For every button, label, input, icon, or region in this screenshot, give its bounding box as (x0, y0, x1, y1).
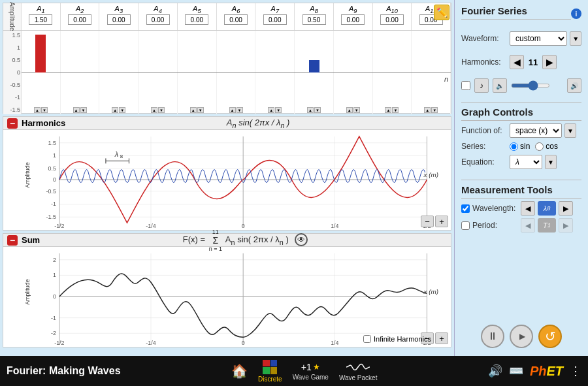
svg-text:Amplitude: Amplitude (24, 162, 31, 188)
amp-dn-9[interactable]: ▼ (353, 107, 360, 113)
amp-dn-4[interactable]: ▼ (158, 107, 165, 113)
infinite-harmonics-checkbox[interactable] (363, 335, 371, 343)
amp-input-7[interactable] (263, 14, 287, 25)
amp-bar-8[interactable] (309, 60, 319, 72)
amp-dn-3[interactable]: ▼ (119, 107, 125, 113)
amp-dn-1[interactable]: ▼ (41, 107, 48, 113)
eye-icon[interactable]: 👁 (295, 233, 308, 246)
amp-dn-6[interactable]: ▼ (237, 107, 243, 113)
sine-checkbox[interactable] (461, 81, 470, 90)
cos-radio-label[interactable]: cos (535, 142, 558, 151)
harmonics-pm-buttons: − + (421, 216, 448, 227)
amp-up-9[interactable]: ▲ (346, 107, 353, 113)
svg-text:0: 0 (53, 293, 56, 300)
harmonics-svg: 1.5 1 0.5 0 -0.5 -1 -1.5 -1/2 -1/4 0 1/4… (3, 130, 451, 230)
amp-input-2[interactable] (68, 14, 91, 25)
amp-bar-1[interactable] (35, 35, 46, 72)
period-symbol: T1 (538, 218, 556, 233)
amp-input-8[interactable] (302, 14, 326, 25)
wavelength-increase-button[interactable]: ▶ (559, 201, 573, 216)
equation-dropdown-arrow[interactable]: ▼ (545, 155, 557, 169)
period-checkbox[interactable] (461, 221, 470, 230)
harmonics-formula: An sin( 2πx / λn ) (69, 118, 447, 129)
amp-input-5[interactable] (185, 14, 208, 25)
svg-text:-1: -1 (51, 201, 56, 207)
info-button[interactable]: i (571, 8, 581, 19)
amp-up-7[interactable]: ▲ (268, 107, 274, 113)
app-title: Fourier: Making Waves (7, 365, 121, 377)
measurement-tools-section: Measurement Tools Wavelength: ◀ λ8 ▶ Per… (461, 180, 581, 235)
amp-input-4[interactable] (146, 14, 170, 25)
more-options-button[interactable]: ⋮ (570, 364, 581, 378)
reset-button[interactable]: ↺ (538, 325, 562, 348)
waveform-select[interactable]: custom sine triangle square (510, 31, 567, 46)
keyboard-icon[interactable]: ⌨️ (509, 364, 523, 378)
amp-dn-10[interactable]: ▼ (392, 107, 399, 113)
amp-col-7: A7 (255, 3, 295, 30)
play-button[interactable]: ▶ (510, 325, 533, 348)
sin-radio-label[interactable]: sin (510, 142, 530, 151)
bottom-nav: 🏠 Discrete +1 ★ Wave Game (231, 360, 377, 383)
amp-bar-col-8: ▲ ▼ (295, 31, 334, 114)
music-icon[interactable]: ♪ (474, 78, 489, 93)
sum-minimize-button[interactable]: − (7, 235, 18, 246)
sum-plus-button[interactable]: + (435, 332, 448, 344)
amp-up-6[interactable]: ▲ (229, 107, 236, 113)
amp-input-1[interactable] (29, 14, 52, 25)
svg-text:-1: -1 (51, 315, 56, 321)
sound-icon[interactable]: 🔊 (488, 364, 502, 378)
amp-dn-2[interactable]: ▼ (80, 107, 87, 113)
equation-select[interactable]: λ k mode (510, 155, 542, 169)
amp-input-6[interactable] (224, 14, 248, 25)
amp-input-9[interactable] (341, 14, 365, 25)
amp-col-10: A10 (373, 3, 412, 30)
amp-up-4[interactable]: ▲ (151, 107, 157, 113)
harmonics-plus-button[interactable]: + (435, 216, 448, 227)
amp-y-n0.5: -0.5 (4, 82, 20, 88)
harmonics-label: Harmonics: (461, 57, 507, 67)
volume-slider[interactable] (511, 84, 550, 88)
svg-text:1: 1 (53, 152, 56, 159)
amp-bar-col-1: ▲ ▼ (22, 31, 61, 114)
amp-input-10[interactable] (380, 14, 404, 25)
function-of-select[interactable]: space (x) time (t) (510, 123, 562, 138)
waveform-dropdown-arrow[interactable]: ▼ (570, 31, 581, 46)
harmonics-minimize-button[interactable]: − (7, 118, 18, 129)
amp-dn-8[interactable]: ▼ (314, 107, 321, 113)
amp-up-2[interactable]: ▲ (73, 107, 80, 113)
svg-text:-0.5: -0.5 (46, 188, 56, 195)
amp-up-1[interactable]: ▲ (34, 107, 41, 113)
period-increase-button[interactable]: ▶ (559, 218, 573, 233)
harmonics-minus-button[interactable]: − (421, 216, 434, 227)
discrete-tab[interactable]: Discrete (258, 360, 282, 383)
amp-dn-11[interactable]: ▼ (431, 107, 438, 113)
amp-up-11[interactable]: ▲ (424, 107, 431, 113)
wave-packet-tab[interactable]: Wave Packet (339, 361, 378, 381)
pencil-button[interactable]: ✏️ (434, 5, 449, 20)
amp-up-5[interactable]: ▲ (190, 107, 197, 113)
amp-bar-col-4: ▲ ▼ (139, 31, 178, 114)
harmonics-decrease-button[interactable]: ◀ (510, 55, 524, 69)
svg-text:0: 0 (53, 176, 56, 183)
harmonics-increase-button[interactable]: ▶ (542, 55, 557, 69)
function-dropdown-arrow[interactable]: ▼ (564, 123, 576, 138)
amp-up-3[interactable]: ▲ (112, 107, 118, 113)
volume-icon[interactable]: 🔈 (493, 78, 507, 93)
amp-input-3[interactable] (107, 14, 131, 25)
amp-up-10[interactable]: ▲ (385, 107, 391, 113)
home-button[interactable]: 🏠 (231, 363, 248, 379)
pause-button[interactable]: ⏸ (481, 325, 504, 348)
amp-dn-5[interactable]: ▼ (197, 107, 204, 113)
cos-radio[interactable] (535, 142, 544, 151)
svg-text:0.5: 0.5 (48, 165, 56, 172)
wave-game-tab[interactable]: +1 ★ Wave Game (293, 362, 329, 381)
volume-max-icon[interactable]: 🔊 (567, 78, 581, 93)
amp-up-8[interactable]: ▲ (307, 107, 314, 113)
period-decrease-button[interactable]: ◀ (521, 218, 535, 233)
sin-radio[interactable] (510, 142, 518, 151)
harmonics-section: − Harmonics An sin( 2πx / λn ) (3, 116, 451, 231)
amp-dn-7[interactable]: ▼ (275, 107, 282, 113)
wavelength-decrease-button[interactable]: ◀ (521, 201, 535, 216)
wavelength-checkbox[interactable] (461, 204, 470, 213)
phet-logo: Ph ET (530, 364, 563, 379)
